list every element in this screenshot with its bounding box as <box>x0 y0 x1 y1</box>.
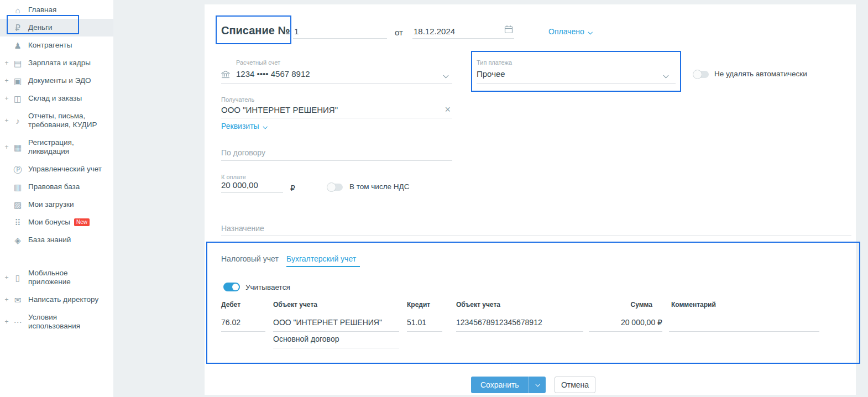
debit-contract-input[interactable]: Основной договор <box>273 334 399 348</box>
vat-label: В том числе НДС <box>349 182 409 191</box>
writeoff-form-card: Списание № 1 от 18.12.2024 Оплачено Расч… <box>205 4 856 395</box>
calendar-icon[interactable] <box>504 25 513 36</box>
payment-type-label: Тип платежа <box>477 59 512 66</box>
date-input[interactable]: 18.12.2024 <box>412 23 514 39</box>
payment-type-value: Прочее <box>477 69 505 79</box>
registration-icon: ▦ <box>12 143 23 152</box>
sidebar-item-money[interactable]: ₽ Деньги <box>0 19 113 36</box>
sidebar-item-reports[interactable]: + ♪ Отчеты, письма, требования, КУДИР <box>0 107 113 134</box>
col-header-debit-object: Объект учета <box>273 301 317 309</box>
currency-symbol: ₽ <box>290 184 295 192</box>
sidebar-item-terms[interactable]: + ⋯ Условия использования <box>0 309 113 335</box>
col-header-comment: Комментарий <box>671 301 716 309</box>
sidebar-item-label: Написать директору <box>28 295 98 304</box>
document-number-input[interactable]: 1 <box>293 23 387 39</box>
recipient-input[interactable]: Получатель ООО "ИНТЕРНЕТ РЕШЕНИЯ" × <box>221 96 452 118</box>
sidebar-item-registration[interactable]: + ▦ Регистрация, ликвидация <box>0 134 113 160</box>
tab-book-accounting[interactable]: Бухгалтерский учет <box>286 254 356 263</box>
expand-plus-icon[interactable]: + <box>4 143 9 151</box>
auto-delete-toggle[interactable] <box>694 71 709 78</box>
expand-plus-icon[interactable]: + <box>4 59 9 67</box>
expand-plus-icon[interactable]: + <box>4 77 9 85</box>
debit-contract-value: Основной договор <box>273 335 399 343</box>
toggle-knob <box>232 284 239 290</box>
account-select[interactable]: Расчетный счет 1234 •••• 4567 8912 <box>221 59 452 84</box>
toggle-knob <box>693 70 702 79</box>
page-title: Списание № <box>221 24 290 37</box>
date-prefix-label: от <box>395 28 403 37</box>
contract-input[interactable]: По договору <box>221 145 452 161</box>
sidebar-item-warehouse[interactable]: + ◫ Склад и заказы <box>0 90 113 107</box>
amount-input[interactable]: К оплате 20 000,00 <box>221 174 283 193</box>
sidebar-item-label: Документы и ЭДО <box>28 76 91 85</box>
bank-icon <box>221 70 230 81</box>
payment-type-select[interactable]: Тип платежа Прочее <box>477 59 676 84</box>
clear-icon[interactable]: × <box>445 105 451 114</box>
sidebar-item-label: Условия использования <box>28 313 109 331</box>
sidebar-item-label: База знаний <box>28 236 71 244</box>
debit-account-input[interactable]: 76.02 <box>221 316 265 332</box>
considered-toggle[interactable] <box>223 283 240 291</box>
debit-object-value: ООО "ИНТЕРНЕТ РЕШЕНИЯ" <box>273 318 399 327</box>
document-number-value: 1 <box>294 27 299 36</box>
sidebar-item-label: Мои загрузки <box>28 200 74 209</box>
expand-plus-icon[interactable]: + <box>4 117 9 124</box>
sidebar-item-label: Деньги <box>28 23 53 32</box>
chevron-down-icon <box>443 73 449 79</box>
requisites-link[interactable]: Реквизиты <box>221 122 266 130</box>
warehouse-icon: ◫ <box>12 95 23 103</box>
save-dropdown-button[interactable] <box>529 377 546 393</box>
contract-placeholder: По договору <box>221 148 265 157</box>
status-dropdown[interactable]: Оплачено <box>548 27 592 36</box>
bonuses-icon: ⠿ <box>12 218 23 227</box>
purpose-input[interactable]: Назначение <box>221 222 851 236</box>
sidebar-item-documents[interactable]: + ▣ Документы и ЭДО <box>0 72 113 90</box>
amount-cell-input[interactable]: 20 000,00 ₽ <box>589 316 662 332</box>
sidebar-item-write-director[interactable]: + ✉ Написать директору <box>0 291 113 309</box>
credit-account-input[interactable]: 51.01 <box>407 316 442 332</box>
date-value: 18.12.2024 <box>414 27 455 36</box>
save-button[interactable]: Сохранить <box>471 377 529 393</box>
sidebar-item-contractors[interactable]: ♟ Контрагенты <box>0 36 113 54</box>
account-label: Расчетный счет <box>236 59 280 66</box>
account-value: 1234 •••• 4567 8912 <box>236 69 310 79</box>
home-icon: ⌂ <box>12 6 23 14</box>
status-label: Оплачено <box>548 27 584 36</box>
vat-toggle[interactable] <box>328 184 343 191</box>
active-tab-underline <box>286 266 360 267</box>
tab-tax-accounting[interactable]: Налоговый учет <box>221 254 279 263</box>
documents-icon: ▣ <box>12 77 23 85</box>
cancel-button[interactable]: Отмена <box>555 377 595 393</box>
expand-plus-icon[interactable]: + <box>4 318 9 326</box>
expand-plus-icon[interactable]: + <box>4 274 9 281</box>
expand-plus-icon[interactable]: + <box>4 296 9 304</box>
debit-object-input[interactable]: ООО "ИНТЕРНЕТ РЕШЕНИЯ" <box>273 316 399 332</box>
sidebar-item-bonuses[interactable]: ⠿ Мои бонусы New <box>0 213 113 231</box>
sidebar-item-label: Отчеты, письма, требования, КУДИР <box>28 112 109 129</box>
management-icon: Ⓟ <box>12 165 23 174</box>
sidebar-item-management[interactable]: Ⓟ Управленческий учет <box>0 160 113 178</box>
comment-input[interactable] <box>669 316 819 332</box>
col-header-debit: Дебет <box>221 301 240 309</box>
mobile-icon: ▯ <box>12 274 23 282</box>
sidebar-item-downloads[interactable]: ▨ Мои загрузки <box>0 196 113 213</box>
knowledge-icon: ◈ <box>12 236 23 244</box>
sidebar-item-legal[interactable]: ▥ Правовая база <box>0 178 113 196</box>
toggle-knob <box>327 182 336 192</box>
terms-icon: ⋯ <box>12 318 23 326</box>
sidebar-item-label: Главная <box>28 6 56 14</box>
sidebar-item-home[interactable]: ⌂ Главная <box>0 1 113 19</box>
recipient-value: ООО "ИНТЕРНЕТ РЕШЕНИЯ" <box>221 105 338 114</box>
sidebar-item-label: Контрагенты <box>28 41 72 50</box>
col-header-credit-object: Объект учета <box>456 301 500 309</box>
expand-plus-icon[interactable]: + <box>4 95 9 102</box>
sidebar-item-mobile-app[interactable]: + ▯ Мобильное приложение <box>0 264 113 291</box>
new-badge: New <box>74 218 90 226</box>
sidebar-item-label: Мои бонусы <box>28 218 70 227</box>
downloads-icon: ▨ <box>12 201 23 209</box>
sidebar-item-knowledge[interactable]: ◈ База знаний <box>0 231 113 249</box>
chevron-down-icon <box>263 124 267 129</box>
credit-object-input[interactable]: 12345678912345678912 <box>456 316 583 332</box>
sidebar-item-salary[interactable]: + ▤ Зарплата и кадры <box>0 54 113 72</box>
recipient-label: Получатель <box>221 96 254 103</box>
